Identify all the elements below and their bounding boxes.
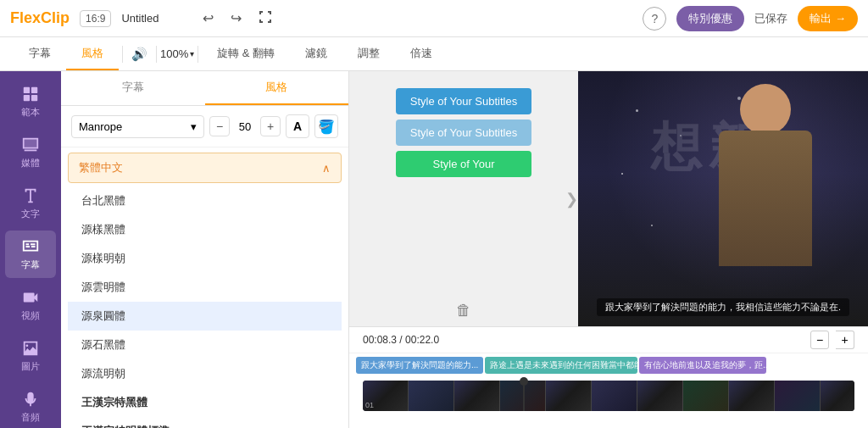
subtitle-preview-area: Style of Your Subtitles Style of Your Su… bbox=[349, 71, 578, 326]
film-frame-2 bbox=[454, 381, 500, 411]
tab-speed[interactable]: 倍速 bbox=[395, 37, 448, 70]
person-figure bbox=[706, 84, 825, 279]
volume-icon[interactable]: 🔊 bbox=[131, 47, 147, 62]
font-item-source-stone[interactable]: 源石黑體 bbox=[68, 331, 342, 359]
sidebar-item-subtitle[interactable]: 字幕 bbox=[5, 231, 56, 278]
sidebar-item-photo[interactable]: 圖片 bbox=[5, 332, 56, 380]
aspect-ratio-badge: 16:9 bbox=[80, 10, 111, 27]
redo-button[interactable]: ↪ bbox=[227, 7, 245, 30]
sidebar-item-media[interactable]: 媒體 bbox=[5, 129, 56, 176]
film-frame-9 bbox=[775, 381, 821, 411]
zoom-control[interactable]: 100% ▾ bbox=[160, 47, 194, 60]
tab-adjust[interactable]: 調整 bbox=[342, 37, 395, 70]
filmstrip: 01 bbox=[363, 381, 854, 411]
svg-rect-3 bbox=[31, 95, 37, 101]
subtitle-preview-1[interactable]: Style of Your Subtitles bbox=[396, 88, 531, 114]
film-frame-4 bbox=[546, 381, 592, 411]
subtitle-clip-2[interactable]: 路途上遇是未來遇到的任何困難當中都能到... bbox=[485, 357, 637, 374]
style-panel: 字幕 風格 Manrope ▾ − 50 + A 🪣 繁體中文 ∧ 台北 bbox=[61, 71, 349, 428]
sidebar-label-audio: 音頻 bbox=[21, 411, 40, 424]
subtitle-clip-1[interactable]: 跟大家學到了解決問題的能力... bbox=[356, 357, 483, 374]
font-family-arrow: ▾ bbox=[191, 120, 197, 133]
panel-tab-subtitles[interactable]: 字幕 bbox=[61, 71, 205, 105]
sidebar: 範本 媒體 文字 字幕 視頻 圖片 音頻 元素 bbox=[0, 71, 61, 428]
film-frame-1 bbox=[409, 381, 454, 411]
subtitle-clip-3[interactable]: 有信心地前進以及追我的夢，距... bbox=[639, 357, 766, 374]
font-category-arrow: ∧ bbox=[322, 162, 331, 175]
sidebar-label-template: 範本 bbox=[21, 106, 40, 119]
tab-filter[interactable]: 濾鏡 bbox=[290, 37, 342, 70]
preview-main: Style of Your Subtitles Style of Your Su… bbox=[349, 71, 868, 326]
preview-column: Style of Your Subtitles Style of Your Su… bbox=[349, 71, 868, 428]
subtitle-preview-3-text: Style of Your bbox=[433, 158, 495, 170]
sidebar-item-template[interactable]: 範本 bbox=[5, 78, 56, 125]
font-size-plus[interactable]: + bbox=[260, 116, 281, 136]
svg-rect-1 bbox=[31, 87, 37, 93]
font-item-source-han-serif[interactable]: 源樣明朝 bbox=[68, 244, 342, 273]
sidebar-label-video: 視頻 bbox=[21, 309, 40, 322]
sidebar-label-text: 文字 bbox=[21, 208, 40, 220]
svg-rect-0 bbox=[24, 87, 30, 93]
font-dropdown-container: 繁體中文 ∧ 台北黑體 源樣黑體 源樣明朝 源雲明體 源泉圓體 源石黑體 源流明… bbox=[61, 147, 348, 428]
title-input[interactable] bbox=[121, 12, 189, 25]
sidebar-item-video[interactable]: 視頻 bbox=[5, 281, 56, 329]
font-item-taipei-black[interactable]: 台北黑體 bbox=[68, 186, 342, 215]
video-area: 想新 bbox=[578, 71, 868, 326]
playhead-head bbox=[520, 377, 528, 386]
zoom-in-button[interactable]: + bbox=[836, 331, 854, 349]
subtitle-track-row: 跟大家學到了解決問題的能力... 路途上遇是未來遇到的任何困難當中都能到... … bbox=[349, 353, 868, 381]
panel-tab-style[interactable]: 風格 bbox=[205, 71, 349, 105]
subtitle-preview-1-text: Style of Your Subtitles bbox=[410, 95, 517, 108]
delete-icon[interactable]: 🗑 bbox=[456, 302, 471, 320]
tab-rotate[interactable]: 旋轉 & 翻轉 bbox=[202, 37, 290, 70]
film-frame-6 bbox=[637, 381, 683, 411]
subtitle-preview-2[interactable]: Style of Your Subtitles bbox=[396, 120, 531, 146]
timeline-playhead[interactable] bbox=[523, 381, 525, 411]
timeline-area: 00:08.3 / 00:22.0 − + 跟大家學到了解決問題的能力... 路… bbox=[349, 326, 868, 428]
font-item-source-spring[interactable]: 源泉圓體 bbox=[68, 302, 342, 331]
export-button[interactable]: 輸出 → bbox=[798, 6, 858, 31]
subtitle-track: 跟大家學到了解決問題的能力... 路途上遇是未來遇到的任何困難當中都能到... … bbox=[356, 357, 861, 377]
font-family-select[interactable]: Manrope ▾ bbox=[71, 115, 204, 138]
film-frame-0: 01 bbox=[363, 381, 409, 411]
font-item-source-flow[interactable]: 源流明朝 bbox=[68, 359, 342, 388]
save-status: 已保存 bbox=[754, 11, 787, 26]
sidebar-item-text[interactable]: 文字 bbox=[5, 180, 56, 227]
expand-arrow[interactable]: ❯ bbox=[565, 190, 578, 208]
sidebar-label-media: 媒體 bbox=[21, 157, 40, 170]
font-item-wang-han-bold[interactable]: 王漢宗特黑體 bbox=[68, 388, 342, 417]
subtitle-preview-3[interactable]: Style of Your bbox=[396, 151, 531, 177]
panel-tabs: 字幕 風格 bbox=[61, 71, 348, 106]
help-button[interactable]: ? bbox=[643, 7, 666, 31]
sidebar-item-audio[interactable]: 音頻 bbox=[5, 383, 56, 428]
premium-button[interactable]: 特別優惠 bbox=[676, 6, 744, 31]
video-frame: 想新 bbox=[578, 71, 868, 326]
bold-button[interactable]: A bbox=[286, 114, 309, 138]
film-frame-num-0: 01 bbox=[365, 401, 374, 409]
video-subtitle-overlay: 跟大家學到了解決問題的能力，我相信這些能力不論是在. bbox=[578, 295, 868, 320]
tab-style[interactable]: 風格 bbox=[66, 37, 119, 70]
font-item-wang-han-std[interactable]: 王漢宗特明體標準 bbox=[68, 417, 342, 428]
font-controls: Manrope ▾ − 50 + A 🪣 bbox=[61, 106, 348, 147]
fullscreen-button[interactable] bbox=[255, 7, 275, 31]
zoom-out-button[interactable]: − bbox=[810, 331, 829, 349]
font-size-minus[interactable]: − bbox=[209, 116, 230, 136]
svg-rect-2 bbox=[24, 95, 30, 101]
video-subtitle-text: 跟大家學到了解決問題的能力，我相信這些能力不論是在. bbox=[597, 298, 849, 316]
paint-button[interactable]: 🪣 bbox=[314, 114, 338, 138]
sidebar-label-photo: 圖片 bbox=[21, 360, 40, 373]
undo-button[interactable]: ↩ bbox=[199, 7, 217, 30]
font-family-label: Manrope bbox=[79, 120, 122, 133]
subtitle-preview-2-text: Style of Your Subtitles bbox=[410, 126, 517, 139]
topbar: FlexClip 16:9 ↩ ↪ ? 特別優惠 已保存 輸出 → bbox=[0, 0, 868, 37]
font-category-dropdown[interactable]: 繁體中文 ∧ bbox=[68, 153, 342, 183]
font-category-label: 繁體中文 bbox=[79, 160, 123, 175]
font-item-source-cloud[interactable]: 源雲明體 bbox=[68, 273, 342, 302]
timeline-time: 00:08.3 / 00:22.0 bbox=[363, 334, 439, 346]
film-frame-7 bbox=[683, 381, 729, 411]
font-item-source-han-sans[interactable]: 源樣黑體 bbox=[68, 215, 342, 244]
tab-subtitles[interactable]: 字幕 bbox=[14, 37, 66, 70]
font-list: 台北黑體 源樣黑體 源樣明朝 源雲明體 源泉圓體 源石黑體 源流明朝 王漢宗特黑… bbox=[68, 183, 342, 428]
app-logo: FlexClip bbox=[10, 9, 70, 27]
main-tabbar: 字幕 風格 🔊 100% ▾ 旋轉 & 翻轉 濾鏡 調整 倍速 bbox=[0, 37, 868, 71]
